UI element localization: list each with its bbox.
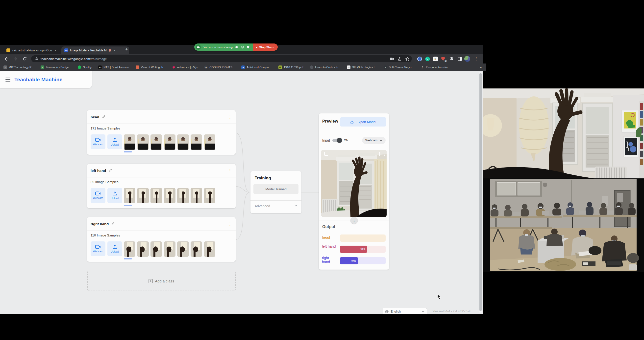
output-label-head: head <box>322 235 337 239</box>
output-label-left-hand: left hand <box>322 244 337 248</box>
sample-image <box>204 134 215 150</box>
bookmark-item[interactable]: AArtist and Comput... <box>241 65 272 69</box>
bookmarks-overflow-icon[interactable]: » <box>480 65 482 69</box>
bookmark-item[interactable]: +Fernando - Budge... <box>40 65 71 69</box>
page-scrollbar[interactable] <box>479 72 482 313</box>
share-message: You are screen sharing <box>204 46 233 49</box>
thumb-scrollbar[interactable] <box>124 258 132 259</box>
bookmark-item[interactable]: NTSNTS | Don't Assume <box>98 65 129 69</box>
webcam-button[interactable]: Webcam <box>90 188 106 203</box>
thumb-scrollbar[interactable] <box>124 151 132 153</box>
upload-button[interactable]: Upload <box>108 241 122 256</box>
thumb-scrollbar[interactable] <box>124 205 132 206</box>
crop-icon[interactable] <box>323 152 328 157</box>
tab-docs[interactable]: saic artist talk/workshop - Goo × <box>4 46 66 54</box>
flip-horizontal-icon[interactable] <box>379 152 384 156</box>
class-menu-icon[interactable]: ⋮ <box>228 115 232 119</box>
upload-button[interactable]: Upload <box>108 188 122 203</box>
collapsed-extensions-icon[interactable]: ·· <box>408 56 414 62</box>
sample-image <box>177 134 189 150</box>
export-upload-icon <box>350 120 354 124</box>
class-card-head: head ⋮ 171 Image Samples Webcam Upload <box>87 110 236 155</box>
stop-share-button[interactable]: ■ Stop Share <box>253 43 278 51</box>
sample-image <box>150 241 162 257</box>
output-pct: 60% <box>360 248 365 251</box>
sidepanel-icon[interactable] <box>457 56 462 62</box>
menu-icon[interactable] <box>6 78 10 82</box>
bookmark-item[interactable]: Spotify <box>78 65 92 69</box>
output-pct: 40% <box>351 259 356 262</box>
sample-image <box>204 188 215 203</box>
export-model-button[interactable]: Export Model <box>340 117 386 127</box>
advanced-toggle[interactable]: Advanced <box>255 204 270 208</box>
class-card-left-hand: left hand ⋮ 89 Image Samples Webcam Uplo… <box>87 164 236 208</box>
language-select[interactable]: English <box>383 308 427 314</box>
upload-button[interactable]: Upload <box>108 134 122 149</box>
sample-image <box>150 188 162 203</box>
class-name: left hand <box>90 169 106 173</box>
url-path: /train/image <box>90 57 107 61</box>
tab-title: Image Model - Teachable M <box>70 49 107 52</box>
output-bar-left-hand: 60% <box>340 246 386 253</box>
add-class-button[interactable]: Add a class <box>87 271 236 291</box>
reload-button[interactable] <box>22 56 28 62</box>
browser-menu-icon[interactable]: ⋮ <box>473 56 479 62</box>
sample-image <box>177 188 189 203</box>
chevron-down-icon[interactable] <box>294 205 298 206</box>
bookmark-item[interactable]: ✱reference | p5.js <box>172 65 198 69</box>
bookmark-item[interactable]: View of Writing th... <box>136 65 165 69</box>
close-tab-icon[interactable]: × <box>54 48 57 52</box>
forward-button[interactable] <box>12 56 18 62</box>
speaker-icon <box>235 45 238 49</box>
output-title: Output <box>322 225 335 229</box>
stop-share-label: Stop Share <box>259 46 274 49</box>
screen-share-banner: You are screen sharing ■ Stop Share <box>194 43 278 51</box>
notion-extension-icon[interactable]: N <box>432 56 438 62</box>
sample-count: 171 Image Samples <box>90 127 120 130</box>
output-bar-head <box>340 234 386 242</box>
sample-image <box>164 134 176 150</box>
bookmark-item[interactable]: SCODING RIGHTS... <box>204 65 235 69</box>
browser-window: saic artist talk/workshop - Goo × TM Ima… <box>0 45 483 314</box>
collapse-preview-button[interactable]: ↓ <box>350 217 358 224</box>
close-tab-icon[interactable]: × <box>113 48 116 52</box>
sample-thumbnails <box>124 241 215 257</box>
avatar[interactable] <box>464 56 470 62</box>
browser-toolbar: teachablemachine.withgoogle.com/train/im… <box>0 54 483 63</box>
input-source-dropdown[interactable]: Webcam <box>362 137 386 144</box>
train-model-button[interactable]: Model Trained <box>254 184 298 194</box>
class-menu-icon[interactable]: ⋮ <box>228 222 232 226</box>
bookmark-item[interactable]: sSoft Care – Taeyo... <box>384 65 414 69</box>
preview-panel: Preview Export Model Input ON Webcam <box>319 113 389 270</box>
sample-image <box>164 188 176 203</box>
edit-pencil-icon[interactable] <box>111 222 114 226</box>
add-box-icon <box>148 279 153 283</box>
stop-square-icon: ■ <box>256 46 258 48</box>
webcam-button[interactable]: Webcam <box>90 134 106 149</box>
bookmark-item[interactable]: Learn to Code - fo... <box>310 65 340 69</box>
bookmark-item[interactable]: TMIT Technology R... <box>4 65 34 69</box>
tab-teachable-machine[interactable]: TM Image Model - Teachable M × <box>62 46 129 54</box>
onepassword-extension-icon[interactable] <box>416 56 422 62</box>
heart-extension-icon[interactable]: 2 <box>440 56 446 62</box>
bookmark-item[interactable]: ▤1910.11099.pdf <box>278 65 303 69</box>
url-bar[interactable]: teachablemachine.withgoogle.com/train/im… <box>31 55 412 62</box>
webcam-button[interactable]: Webcam <box>90 241 106 256</box>
tab-media-indicator-icon <box>109 49 111 52</box>
camera-icon[interactable] <box>390 57 394 61</box>
upload-icon <box>112 245 117 249</box>
grammarly-extension-icon[interactable]: G <box>424 56 430 62</box>
share-icon[interactable] <box>398 57 402 61</box>
extensions-puzzle-icon[interactable] <box>449 56 455 62</box>
sample-image <box>164 241 176 257</box>
class-menu-icon[interactable]: ⋮ <box>228 168 232 173</box>
bookmark-item[interactable]: ƒPesquisa transfor... <box>420 65 450 69</box>
new-tab-button[interactable]: + <box>125 47 128 52</box>
bookmark-item[interactable]: 33Ei (3 Ecologies I... <box>347 65 377 69</box>
back-button[interactable] <box>3 56 9 62</box>
sample-image <box>137 241 149 257</box>
sample-image <box>190 188 202 203</box>
edit-pencil-icon[interactable] <box>109 169 112 172</box>
input-toggle[interactable] <box>332 139 341 142</box>
edit-pencil-icon[interactable] <box>102 115 105 119</box>
